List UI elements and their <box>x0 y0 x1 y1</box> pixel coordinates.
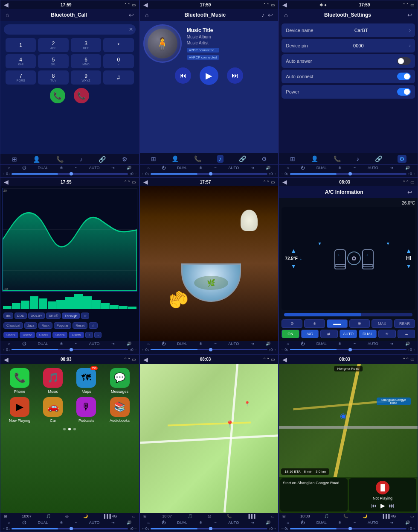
nav-grid-1[interactable]: ⊞ <box>12 156 17 163</box>
snow-icon-3[interactable]: ❄ <box>338 166 342 170</box>
eq-btn-dts[interactable]: dts <box>3 313 13 319</box>
left-icon-1[interactable]: ← <box>2 172 6 176</box>
temp-slider-8[interactable] <box>151 528 267 529</box>
ac-ac-btn[interactable]: A/C <box>301 330 319 338</box>
eq-user3[interactable]: User3 <box>36 332 51 338</box>
right-icon-8[interactable]: → <box>273 526 276 531</box>
vol-icon-4[interactable]: 🔊 <box>127 342 131 346</box>
eq-preset-star[interactable]: ☆ <box>89 322 98 329</box>
temp-dn-5[interactable]: ↓ <box>148 348 150 352</box>
back-arrow-7[interactable]: ◀ <box>4 356 9 363</box>
nav-phone-3[interactable]: 📞 <box>334 155 341 162</box>
settings-device-name[interactable]: Device name CarBT › <box>282 23 415 37</box>
left-icon-4[interactable]: ← <box>2 348 6 352</box>
home-btn-2[interactable]: ⌂ <box>143 12 150 18</box>
nav-music-1[interactable]: ♪ <box>80 156 83 163</box>
temp-slider-1[interactable] <box>12 173 128 175</box>
snow-icon-6[interactable]: ❄ <box>338 342 342 346</box>
settings-auto-connect[interactable]: Auto connect <box>282 70 415 83</box>
back-arrow-4[interactable]: ◀ <box>4 178 9 185</box>
back-arrow-6[interactable]: ◀ <box>282 178 287 185</box>
back-arrow-9[interactable]: ◀ <box>282 356 287 363</box>
nav-link-3[interactable]: 🔗 <box>375 155 382 162</box>
dial-4[interactable]: 4GHI <box>6 54 36 68</box>
nav-grid-3[interactable]: ⊞ <box>290 155 295 162</box>
temp-slider-3[interactable] <box>290 173 407 175</box>
eq-user1[interactable]: User1 <box>3 332 18 338</box>
right-icon-7[interactable]: → <box>134 526 137 531</box>
eq-preset-rock[interactable]: Rock <box>38 322 52 329</box>
snow-icon-2[interactable]: ❄ <box>199 166 203 170</box>
temp-slider-2[interactable] <box>151 173 267 175</box>
settings-auto-answer[interactable]: Auto answer <box>282 54 415 68</box>
temp-dn-6[interactable]: ↓ <box>287 348 289 352</box>
dot-1[interactable] <box>63 428 66 430</box>
auto-answer-toggle[interactable] <box>397 57 411 65</box>
back-arrow-2[interactable]: ◀ <box>143 1 148 8</box>
power-toggle[interactable] <box>397 88 411 96</box>
power-icon-3[interactable]: ⏻ <box>301 166 305 170</box>
dial-hash[interactable]: # <box>103 70 134 85</box>
nav-music-2[interactable]: ♪ <box>217 155 224 163</box>
app-phone[interactable]: 📞 Phone <box>5 368 35 394</box>
left-icon-9[interactable]: ← <box>281 526 284 531</box>
dot-3[interactable] <box>73 428 76 430</box>
fan-speed-bar[interactable] <box>284 313 412 316</box>
temp-dn-8[interactable]: ↓ <box>148 526 150 531</box>
eq-btn-dolby[interactable]: DOLBY <box>28 313 45 319</box>
home-icon-9[interactable]: ⌂ <box>287 520 289 525</box>
temp-dn-9[interactable]: ↓ <box>287 526 289 531</box>
snow-icon-4[interactable]: ❄ <box>60 342 63 346</box>
grid-icon-9[interactable]: ⊞ <box>282 514 286 518</box>
back-arrow-5[interactable]: ◀ <box>143 178 148 185</box>
home-icon-2[interactable]: ⌂ <box>147 166 149 170</box>
back-arrow-1[interactable]: ◀ <box>4 1 9 8</box>
eq-user2[interactable]: User2 <box>20 332 35 338</box>
snow-icon-9[interactable]: ❄ <box>338 520 342 525</box>
nav-grid-2[interactable]: ⊞ <box>151 155 156 162</box>
home-icon-5[interactable]: ⌂ <box>147 342 149 346</box>
call-search-bar[interactable]: ✕ <box>4 24 136 35</box>
temp-dn-7[interactable]: ↓ <box>8 526 10 531</box>
temp-slider-7[interactable] <box>12 528 128 529</box>
ac-icon-1[interactable]: ~ <box>75 166 77 170</box>
nav-person-1[interactable]: 👤 <box>33 156 40 163</box>
fan-icon-4[interactable]: ⇥ <box>111 342 115 346</box>
right-icon-4[interactable]: → <box>134 348 137 352</box>
dial-9[interactable]: 9WXYZ <box>71 70 101 85</box>
eq-preset-popular[interactable]: Popular <box>54 322 72 329</box>
eq-preset-classical[interactable]: Classical <box>3 322 23 329</box>
home-icon-8[interactable]: ⌂ <box>147 520 149 525</box>
med-next-btn[interactable]: ⏭ <box>389 502 395 509</box>
fan-icon-8[interactable]: ⇥ <box>251 520 254 525</box>
back-btn-2[interactable]: ↩ <box>266 12 275 18</box>
nav-phone-1[interactable]: 📞 <box>56 156 64 163</box>
eq-btn-ddd[interactable]: DDD <box>15 313 27 319</box>
circle-icon-7[interactable]: ◎ <box>65 514 69 518</box>
app-podcasts[interactable]: 🎙 Podcasts <box>71 397 101 423</box>
call-button[interactable]: 📞 <box>50 88 65 103</box>
right-icon-3[interactable]: → <box>412 172 416 176</box>
eq-user5[interactable]: User5 <box>69 332 84 338</box>
left-icon-2[interactable]: ← <box>142 172 145 176</box>
prev-btn[interactable]: ⏮ <box>175 67 191 84</box>
fan-icon-5[interactable]: ⇥ <box>251 342 254 346</box>
home-btn-1[interactable]: ⌂ <box>4 12 11 18</box>
nav-link-2[interactable]: 🔗 <box>239 155 246 162</box>
ac-icon-2[interactable]: ~ <box>214 166 216 170</box>
ac-icon-6[interactable]: ~ <box>354 342 356 346</box>
dot-2[interactable] <box>68 428 71 430</box>
power-icon-8[interactable]: ⏻ <box>162 520 165 525</box>
circle-icon-8[interactable]: ◎ <box>208 514 211 518</box>
eq-remove-btn[interactable]: - <box>94 332 102 338</box>
back-btn-1[interactable]: ↩ <box>127 12 136 18</box>
note-icon-2[interactable]: ♪ <box>260 12 266 18</box>
fan-icon-3[interactable]: ⇥ <box>390 166 393 170</box>
ac-icon-7[interactable]: ~ <box>75 520 77 525</box>
app-car[interactable]: 🚗 Car <box>38 397 68 423</box>
dial-3[interactable]: 3DEF <box>71 38 101 52</box>
app-music[interactable]: 🎵 Music <box>38 368 68 394</box>
back-btn-3[interactable]: ↩ <box>406 12 414 18</box>
music-icon-7[interactable]: 🎵 <box>46 514 51 518</box>
video-content[interactable]: 🌿 🤲 <box>140 186 279 340</box>
